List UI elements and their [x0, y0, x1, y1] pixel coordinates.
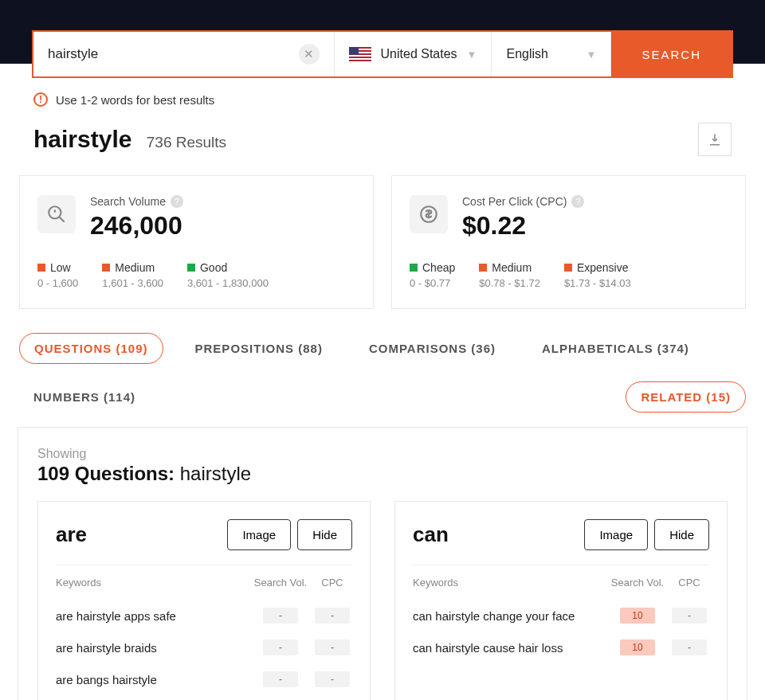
legend-range: $1.73 - $14.03: [564, 277, 631, 289]
image-button[interactable]: Image: [584, 519, 648, 550]
search-vol-chip: -: [263, 671, 298, 687]
search-vol-chip: -: [263, 639, 298, 655]
page-title: hairstyle 736 Results: [33, 126, 226, 153]
country-select[interactable]: United States ▼: [335, 32, 492, 76]
legend-swatch: [479, 264, 487, 272]
legend-item: Cheap0 - $0.77: [410, 261, 455, 289]
legend-range: 1,601 - 3,600: [102, 277, 163, 289]
question-card: areImageHideKeywordsSearch Vol.CPCare ha…: [37, 501, 371, 700]
download-button[interactable]: [698, 123, 732, 156]
keyword-row[interactable]: can hairstyle cause hair loss10-: [413, 632, 709, 663]
legend-name: Expensive: [577, 261, 629, 274]
search-volume-card: Search Volume ? 246,000 Low0 - 1,600Medi…: [19, 175, 374, 309]
dollar-icon: [410, 195, 448, 233]
volume-legend: Low0 - 1,600Medium1,601 - 3,600Good3,601…: [37, 261, 355, 289]
search-term: hairstyle: [33, 126, 131, 152]
keyword-text: are hairstyle braids: [56, 641, 249, 655]
cpc-chip: -: [672, 639, 707, 655]
keyword-text: are hairstyle apps safe: [56, 609, 249, 623]
search-button[interactable]: SEARCH: [611, 32, 732, 76]
keyword-text: can hairstyle cause hair loss: [413, 641, 606, 655]
cpc-chip: -: [315, 608, 350, 624]
volume-label: Search Volume ?: [90, 195, 183, 208]
cpc-label: Cost Per Click (CPC) ?: [462, 195, 584, 208]
legend-swatch: [37, 264, 45, 272]
language-select[interactable]: English ▼: [492, 32, 611, 76]
legend-range: 0 - $0.77: [410, 277, 455, 289]
hide-button[interactable]: Hide: [297, 519, 352, 550]
showing-label: Showing: [37, 447, 728, 461]
magnifier-icon: [37, 195, 76, 233]
cpc-chip: -: [672, 608, 707, 624]
keyword-row[interactable]: are bangs hairstyle--: [56, 663, 352, 695]
keyword-row[interactable]: can hairstyle change your face10-: [413, 600, 709, 632]
search-input[interactable]: [48, 46, 299, 62]
search-vol-chip: 10: [620, 639, 655, 655]
hint-text: Use 1-2 words for best results: [56, 93, 214, 107]
legend-item: Medium$0.78 - $1.72: [479, 261, 540, 289]
legend-item: Low0 - 1,600: [37, 261, 78, 289]
legend-name: Cheap: [422, 261, 455, 274]
panel-title: 109 Questions: hairstyle: [37, 463, 728, 485]
hide-button[interactable]: Hide: [654, 519, 709, 550]
title-row: hairstyle 736 Results: [18, 115, 747, 175]
help-icon[interactable]: ?: [171, 195, 183, 208]
volume-value: 246,000: [90, 211, 183, 241]
legend-item: Good3,601 - 1,830,000: [187, 261, 269, 289]
search-vol-chip: -: [263, 608, 298, 624]
tab[interactable]: NUMBERS (114): [19, 382, 150, 412]
legend-name: Medium: [492, 261, 532, 274]
column-headers: KeywordsSearch Vol.CPC: [56, 577, 352, 589]
question-card: canImageHideKeywordsSearch Vol.CPCcan ha…: [394, 501, 728, 700]
cpc-chip: -: [315, 671, 350, 687]
legend-range: 3,601 - 1,830,000: [187, 277, 269, 289]
image-button[interactable]: Image: [227, 519, 291, 550]
legend-swatch: [564, 264, 572, 272]
clear-icon[interactable]: ✕: [299, 44, 320, 65]
result-count: 736 Results: [147, 134, 226, 151]
question-grid: areImageHideKeywordsSearch Vol.CPCare ha…: [37, 501, 728, 700]
search-bar: ✕ United States ▼ English ▼ SEARCH: [32, 30, 733, 78]
cpc-legend: Cheap0 - $0.77Medium$0.78 - $1.72Expensi…: [410, 261, 728, 289]
alert-icon: !: [33, 92, 48, 107]
cpc-card: Cost Per Click (CPC) ? $0.22 Cheap0 - $0…: [391, 175, 746, 309]
legend-item: Medium1,601 - 3,600: [102, 261, 163, 289]
column-headers: KeywordsSearch Vol.CPC: [413, 577, 709, 589]
language-label: English: [506, 47, 576, 61]
legend-name: Medium: [115, 261, 155, 274]
us-flag-icon: [349, 47, 371, 61]
chevron-down-icon: ▼: [586, 49, 597, 61]
questions-panel: Showing 109 Questions: hairstyle areImag…: [18, 427, 747, 700]
search-vol-chip: 10: [620, 608, 655, 624]
legend-range: 0 - 1,600: [37, 277, 78, 289]
legend-name: Good: [200, 261, 227, 274]
keyword-row[interactable]: are hairstyle braids--: [56, 632, 352, 663]
tab-related[interactable]: RELATED (15): [626, 381, 746, 413]
keyword-row[interactable]: are hairstyle apps safe--: [56, 600, 352, 632]
metrics-row: Search Volume ? 246,000 Low0 - 1,600Medi…: [18, 175, 747, 333]
country-label: United States: [381, 47, 457, 61]
keyword-row[interactable]: what hairstyle are in 2023--: [56, 695, 352, 700]
question-word: can: [413, 522, 449, 547]
tab[interactable]: COMPARISONS (36): [355, 334, 510, 363]
chevron-down-icon: ▼: [467, 49, 477, 61]
question-word: are: [56, 522, 87, 547]
keyword-text: are bangs hairstyle: [56, 673, 249, 686]
legend-item: Expensive$1.73 - $14.03: [564, 261, 631, 289]
legend-range: $0.78 - $1.72: [479, 277, 540, 289]
legend-swatch: [410, 264, 418, 272]
search-box: ✕: [33, 32, 335, 76]
tabs: QUESTIONS (109)PREPOSITIONS (88)COMPARIS…: [18, 333, 747, 427]
keyword-text: can hairstyle change your face: [413, 609, 606, 623]
tab[interactable]: PREPOSITIONS (88): [181, 334, 337, 363]
help-icon[interactable]: ?: [571, 195, 584, 208]
legend-swatch: [187, 264, 195, 272]
legend-name: Low: [50, 261, 71, 274]
hint-row: ! Use 1-2 words for best results: [18, 78, 747, 115]
tab[interactable]: QUESTIONS (109): [19, 333, 163, 364]
cpc-value: $0.22: [462, 211, 584, 241]
legend-swatch: [102, 264, 110, 272]
tab[interactable]: ALPHABETICALS (374): [528, 334, 704, 363]
cpc-chip: -: [315, 639, 350, 655]
